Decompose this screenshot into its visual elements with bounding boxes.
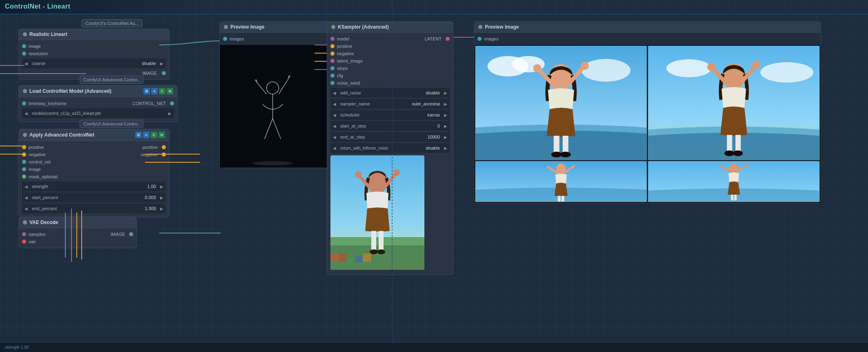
badge-text-1: ComfyUI's ControlNet Au... [85, 21, 139, 26]
end-percent-arrow-left[interactable]: ◀ [22, 204, 30, 213]
apply-icon-a: A [143, 132, 150, 138]
end-percent-arrow-right[interactable]: ▶ [158, 204, 166, 213]
ksampler-negative-port: negative [327, 50, 453, 57]
ksampler-cfg-port: cfg [327, 72, 453, 79]
svg-rect-40 [371, 231, 376, 251]
svg-rect-80 [734, 195, 737, 200]
comfyui-advanced-badge-1: ComfyUI-Advanced-Contro.. [80, 76, 143, 84]
preview-img-1-svg [475, 46, 647, 160]
realistic-lineart-dot [23, 32, 27, 36]
svg-rect-34 [363, 253, 371, 262]
vae-decode-node: VAE Decode samples IMAGE vae [18, 217, 137, 248]
ksampler-preview-svg [330, 155, 424, 270]
sampler-name-arrow-right[interactable]: ▶ [442, 99, 450, 109]
negative-out-dot [162, 152, 166, 157]
coarse-control[interactable]: ◀ coarse disable ▶ [22, 58, 166, 68]
coarse-arrow-left[interactable]: ◀ [22, 58, 30, 68]
ksampler-positive-port: positive [327, 43, 453, 50]
svg-point-59 [761, 62, 814, 83]
load-controlnet-icons: ⊞ A C N [143, 88, 173, 94]
start-percent-arrow-left[interactable]: ◀ [22, 193, 30, 202]
start-percent-control[interactable]: ◀ start_percent 0.000 ▶ [22, 193, 166, 202]
end-step-value: 10000 [426, 135, 442, 139]
add-noise-arrow-left[interactable]: ◀ [330, 88, 339, 98]
svg-point-25 [252, 161, 293, 165]
controlnet-name-label: models/control_v11p_sd15_lineart.pth [30, 111, 166, 116]
controlnet-name-arrow-right[interactable]: ▶ [166, 108, 174, 118]
scheduler-arrow-right[interactable]: ▶ [442, 110, 450, 120]
apply-controlnet-node: Apply Advanced ControlNet ⊞ A C N positi… [18, 129, 170, 217]
scheduler-value: karras [426, 112, 442, 117]
preview-2-body: images [474, 33, 821, 45]
image-in-label: image [29, 167, 41, 172]
vae-label: vae [29, 239, 36, 244]
resolution-port-label: resolution [29, 51, 48, 56]
svg-rect-54 [563, 136, 569, 154]
negative-in-dot [22, 152, 26, 157]
ksampler-latent-port: latent_image [327, 57, 453, 65]
end-percent-value: 1.000 [143, 206, 158, 211]
scheduler-arrow-left[interactable]: ◀ [330, 110, 339, 120]
preview-img-3 [475, 161, 647, 202]
end-step-arrow-left[interactable]: ◀ [330, 132, 339, 142]
return-noise-arrow-right[interactable]: ▶ [442, 143, 450, 153]
scheduler-control[interactable]: ◀ scheduler karras ▶ [330, 110, 450, 120]
add-noise-control[interactable]: ◀ add_noise disable ▶ [330, 88, 450, 98]
vae-dot [22, 240, 26, 244]
svg-point-64 [752, 61, 761, 69]
preview-2-title: Preview Image [485, 24, 817, 30]
ksampler-negative-label: negative [337, 51, 354, 56]
port-mask-optional: mask_optional [19, 173, 169, 180]
svg-rect-73 [558, 196, 561, 202]
preview-image-2-node: Preview Image images [474, 21, 821, 203]
image-out-dot [162, 71, 166, 75]
sampler-name-arrow-left[interactable]: ◀ [330, 99, 339, 109]
start-percent-label: start_percent [30, 195, 143, 200]
comfyui-controlnet-badge: ComfyUI's ControlNet Au... [82, 19, 143, 27]
return-noise-control[interactable]: ◀ return_with_leftover_noise disable ▶ [330, 143, 450, 153]
controlnet-name-control[interactable]: ◀ models/control_v11p_sd15_lineart.pth ▶ [22, 108, 174, 118]
image-in-dot [22, 167, 26, 171]
return-noise-arrow-left[interactable]: ◀ [330, 143, 339, 153]
preview-img-4-svg [648, 161, 820, 202]
ksampler-cfg-label: cfg [337, 73, 343, 78]
start-step-control[interactable]: ◀ start_at_step 0 ▶ [330, 121, 450, 131]
ksampler-steps-dot [330, 66, 335, 70]
start-step-arrow-right[interactable]: ▶ [442, 121, 450, 131]
strength-arrow-right[interactable]: ▶ [158, 182, 166, 191]
icon-badge-c: C [159, 88, 165, 94]
badge-text-3: ComfyUI-Advanced-Contro.. [83, 121, 140, 126]
control-net-out-label: CONTROL_NET [132, 101, 166, 106]
strength-control[interactable]: ◀ strength 1.00 ▶ [22, 182, 166, 191]
apply-controlnet-body: positive positive negative negative cont… [19, 141, 169, 217]
add-noise-arrow-right[interactable]: ▶ [442, 88, 450, 98]
svg-point-42 [370, 249, 378, 254]
svg-rect-32 [347, 258, 353, 264]
end-step-control[interactable]: ◀ end_at_step 10000 ▶ [330, 132, 450, 142]
coarse-arrow-right[interactable]: ▶ [158, 58, 166, 68]
title-bar: ControlNet - Lineart [0, 0, 204, 13]
start-percent-arrow-right[interactable]: ▶ [158, 193, 166, 202]
vae-decode-title: VAE Decode [29, 220, 132, 225]
svg-line-10 [279, 78, 289, 94]
ksampler-cfg-dot [330, 74, 335, 78]
controlnet-name-arrow-left[interactable]: ◀ [22, 108, 30, 118]
ksampler-body: model LATENT positive negative latent_im… [327, 33, 453, 275]
ksampler-latent-out-dot [446, 37, 450, 41]
apply-controlnet-dot [23, 133, 27, 137]
end-step-arrow-right[interactable]: ▶ [442, 132, 450, 142]
sampler-name-control[interactable]: ◀ sampler_name euler_ancestral ▶ [330, 99, 450, 109]
start-step-arrow-left[interactable]: ◀ [330, 121, 339, 131]
port-control-net: control_net [19, 158, 169, 166]
strength-arrow-left[interactable]: ◀ [22, 182, 30, 191]
port-row-resolution: resolution [19, 50, 169, 57]
end-percent-control[interactable]: ◀ end_percent 1.000 ▶ [22, 204, 166, 213]
sampler-name-value: euler_ancestral [411, 102, 442, 106]
preview-2-canvas [474, 45, 821, 203]
preview-img-3-svg [475, 161, 647, 202]
port-negative-in: negative negative [19, 151, 169, 158]
ksampler-header: KSampler (Advanced) [327, 22, 453, 33]
realistic-lineart-body: image resolution ◀ coarse disable ▶ IMAG… [19, 40, 169, 79]
start-step-value: 0 [436, 123, 442, 128]
end-step-label: end_at_step [339, 135, 426, 139]
